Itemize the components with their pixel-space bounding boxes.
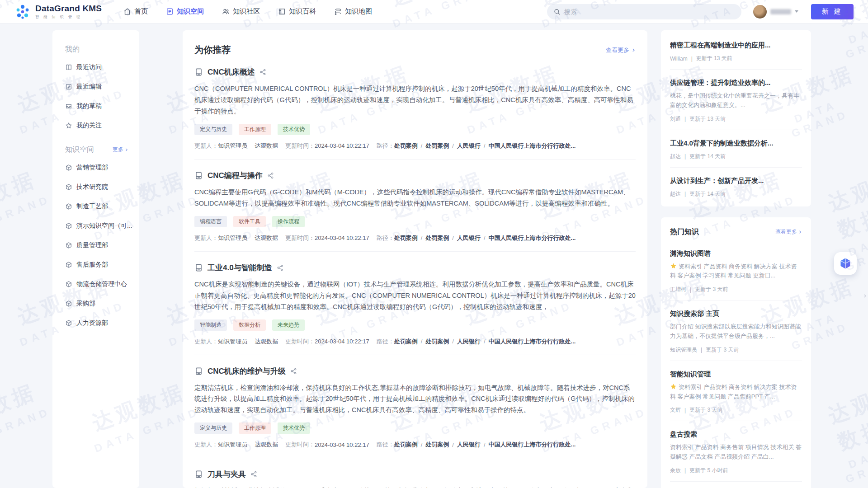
list-item[interactable]: 知识搜索部 主页 部门介绍 知识搜索部以底层搜索能力和知识图谱能力为基础，不仅提… bbox=[670, 300, 802, 361]
sidebar-space-logistics[interactable]: 物流仓储管理中心 bbox=[65, 280, 139, 288]
spaces-more-link[interactable]: 更多 bbox=[113, 146, 128, 154]
tag[interactable]: 软件工具 bbox=[233, 216, 266, 227]
nav-item-wiki[interactable]: 知识百科 bbox=[278, 7, 316, 16]
share-icon[interactable] bbox=[267, 172, 274, 179]
tag[interactable]: 编程语言 bbox=[194, 216, 227, 227]
nav-item-knowledge-map[interactable]: 知识地图 bbox=[334, 7, 372, 16]
path-link[interactable]: 处罚案例 bbox=[425, 338, 449, 346]
article-title[interactable]: CNC机床的维护与升级 bbox=[208, 366, 286, 376]
list-item[interactable]: 盘古搜索 资料索引 产品资料 商务售前 项目情况 技术相关 答疑解惑 产品文档 … bbox=[670, 421, 802, 482]
path-link[interactable]: 中国人民银行上海市分行行政处... bbox=[489, 441, 576, 449]
path-separator: / bbox=[452, 338, 454, 345]
article-excerpt: 定期清洁机床，检查润滑油和冷却液，保持机床良好的工作状态,掌握基本的故障诊断和排… bbox=[194, 382, 636, 416]
article-title[interactable]: 精密工程在高端制造业中的应用... bbox=[670, 40, 802, 50]
article-title[interactable]: 智能知识管理 bbox=[670, 369, 802, 379]
path-link[interactable]: 人民银行 bbox=[457, 142, 481, 150]
sidebar-item-label: 最近编辑 bbox=[76, 83, 102, 91]
list-item[interactable]: 渊海知识图谱 资料索引 产品资料 商务资料 解决方案 技术资料 客户案例 学习资… bbox=[670, 240, 802, 301]
path-link[interactable]: 人民银行 bbox=[457, 441, 481, 449]
create-new-button[interactable]: 新 建 bbox=[811, 4, 854, 19]
article-title[interactable]: 供应链管理：提升制造业效率的... bbox=[670, 78, 802, 87]
share-icon[interactable] bbox=[250, 471, 257, 478]
article-title[interactable]: 刀具与夹具 bbox=[208, 469, 246, 479]
sidebar-item-recent-edits[interactable]: 最近编辑 bbox=[65, 83, 139, 91]
sidebar-item-label: 技术研究院 bbox=[76, 183, 108, 191]
sidebar-space-aftersales[interactable]: 售后服务部 bbox=[65, 261, 139, 269]
path-link[interactable]: 处罚案例 bbox=[425, 142, 449, 150]
avatar[interactable] bbox=[753, 5, 767, 19]
author: 赵达 bbox=[670, 153, 681, 160]
list-item[interactable]: 从设计到生产：创新产品开发... 赵达 | 更新于 14 天前 bbox=[670, 168, 802, 205]
path-link[interactable]: 人民银行 bbox=[457, 338, 481, 346]
global-search[interactable] bbox=[547, 4, 741, 19]
recommend-view-more-link[interactable]: 查看更多 bbox=[606, 46, 636, 54]
list-item[interactable]: 供应链管理：提升制造业效率的... 桃花，是中国传统文化中的重要花卉之一，具有丰… bbox=[670, 70, 802, 130]
path-link[interactable]: 中国人民银行上海市分行行政处... bbox=[489, 338, 576, 346]
sidebar-space-manufacturing[interactable]: 制造工艺部 bbox=[65, 202, 139, 211]
share-icon[interactable] bbox=[290, 368, 297, 375]
sidebar-space-tech-institute[interactable]: 技术研究院 bbox=[65, 183, 139, 191]
path-link[interactable]: 处罚案例 bbox=[394, 441, 418, 449]
sidebar-item-my-follows[interactable]: 我的关注 bbox=[65, 122, 139, 130]
ai-assistant-button[interactable] bbox=[834, 252, 857, 275]
article-title[interactable]: CNC编程与操作 bbox=[208, 170, 263, 181]
search-input[interactable] bbox=[564, 8, 735, 15]
path-link[interactable]: 中国人民银行上海市分行行政处... bbox=[489, 142, 576, 150]
article-title[interactable]: 从设计到生产：创新产品开发... bbox=[670, 176, 802, 185]
article-title[interactable]: CNC机床概述 bbox=[208, 67, 255, 77]
nav-item-knowledge-space[interactable]: 知识空间 bbox=[166, 7, 204, 16]
path-link[interactable]: 处罚案例 bbox=[425, 234, 449, 242]
latest-articles-card: 精密工程在高端制造业中的应用... William | 更新于 13 天前 供应… bbox=[661, 30, 811, 206]
panel-collapse-arrow[interactable] bbox=[863, 293, 867, 299]
nav-item-community[interactable]: 知识社区 bbox=[222, 7, 260, 16]
article-title[interactable]: 盘古搜索 bbox=[670, 429, 802, 439]
sidebar-item-my-drafts[interactable]: 我的草稿 bbox=[65, 102, 139, 110]
tag[interactable]: 工作原理 bbox=[239, 124, 271, 135]
sidebar-space-procurement[interactable]: 采购部 bbox=[65, 300, 139, 308]
updater-label: 更新人： bbox=[194, 142, 218, 150]
article-title[interactable]: 知识搜索部 主页 bbox=[670, 309, 802, 318]
updater-value: 知识管理员 bbox=[218, 338, 247, 346]
divider: | bbox=[684, 153, 686, 160]
sidebar-space-quality[interactable]: 质量管理部 bbox=[65, 241, 139, 249]
tag[interactable]: 工作原理 bbox=[239, 422, 271, 434]
nav-label: 知识空间 bbox=[177, 7, 204, 16]
list-item[interactable]: 2024.03.22 代申 王军军 本周完成工作 知识图谱 【bug】排查并解决… bbox=[670, 482, 802, 488]
tag[interactable]: 定义与历史 bbox=[194, 124, 232, 135]
tag[interactable]: 技术优势 bbox=[278, 124, 310, 135]
path-link[interactable]: 人民银行 bbox=[457, 234, 481, 242]
path-link[interactable]: 处罚案例 bbox=[394, 338, 418, 346]
user-menu[interactable] bbox=[753, 5, 798, 19]
path-label: 路径： bbox=[377, 441, 394, 449]
share-icon[interactable] bbox=[277, 264, 283, 271]
list-item[interactable]: 精密工程在高端制造业中的应用... William | 更新于 13 天前 bbox=[670, 32, 802, 70]
tag[interactable]: 定义与历史 bbox=[194, 422, 232, 434]
path-link[interactable]: 中国人民银行上海市分行行政处... bbox=[489, 234, 576, 242]
article-title[interactable]: 工业4.0与智能制造 bbox=[208, 263, 272, 273]
hot-view-more-link[interactable]: 查看更多 bbox=[775, 228, 802, 236]
article-title[interactable]: 工业4.0背景下的制造业数据分析... bbox=[670, 138, 802, 148]
path-separator: / bbox=[452, 441, 454, 448]
tag[interactable]: 数据分析 bbox=[233, 319, 266, 331]
path-separator: / bbox=[452, 142, 454, 149]
path-link[interactable]: 处罚案例 bbox=[394, 142, 418, 150]
tag[interactable]: 技术优势 bbox=[278, 422, 310, 434]
sidebar-space-hr[interactable]: 人力资源部 bbox=[65, 319, 139, 327]
divider: | bbox=[684, 467, 686, 474]
nav-item-home[interactable]: 首页 bbox=[123, 7, 148, 16]
sidebar-space-demo[interactable]: 演示知识空间（可... bbox=[65, 222, 139, 230]
brand-logo[interactable]: DataGrand KMS 智 能 知 识 管 理 bbox=[14, 4, 102, 20]
list-item[interactable]: 工业4.0背景下的制造业数据分析... 赵达 | 更新于 14 天前 bbox=[670, 130, 802, 168]
cube-icon bbox=[65, 319, 72, 327]
tag[interactable]: 未来趋势 bbox=[272, 319, 305, 331]
path-link[interactable]: 处罚案例 bbox=[394, 234, 418, 242]
tag[interactable]: 操作流程 bbox=[272, 216, 305, 227]
tag[interactable]: 智能制造 bbox=[194, 319, 227, 331]
article-title[interactable]: 渊海知识图谱 bbox=[670, 249, 802, 258]
path-link[interactable]: 处罚案例 bbox=[425, 441, 449, 449]
sidebar-space-marketing[interactable]: 营销管理部 bbox=[65, 164, 139, 172]
sidebar-item-recent-visits[interactable]: 最近访问 bbox=[65, 63, 139, 71]
share-icon[interactable] bbox=[259, 69, 266, 75]
list-item[interactable]: 智能知识管理 资料索引 产品资料 商务资料 解决方案 技术资料 客户案例 常见问… bbox=[670, 361, 802, 422]
path-separator: / bbox=[421, 235, 423, 241]
